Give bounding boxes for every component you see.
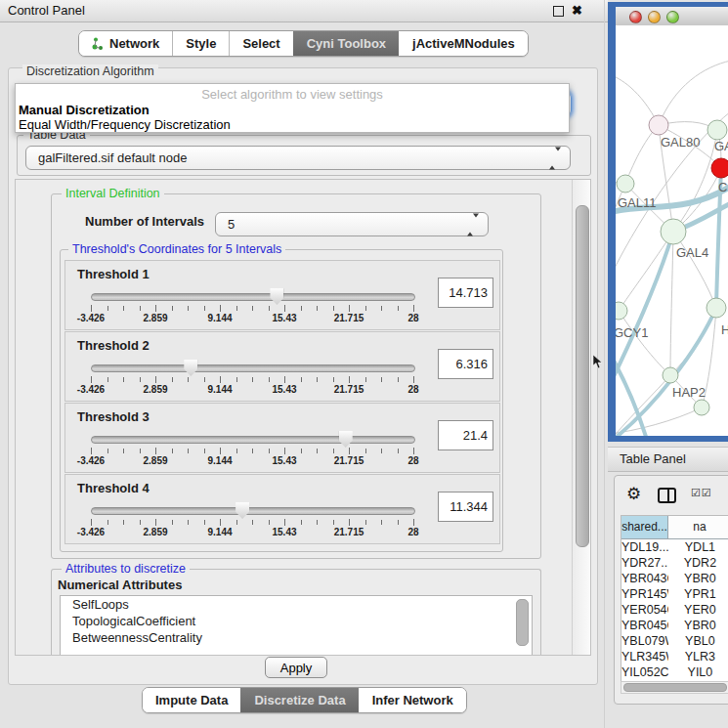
cyni-toolbox-panel: Discretization Algorithm Select algorith…: [8, 67, 598, 685]
network-view-window[interactable]: GAL80GAGAL11CGAL4GCY1HHAP2: [608, 2, 728, 442]
threshold-value-field[interactable]: 11.344: [438, 492, 493, 522]
tick-minor: [252, 306, 253, 311]
threshold-label: Threshold 1: [77, 267, 150, 281]
table-row[interactable]: YBR045CYBR0: [621, 618, 728, 633]
network-edge[interactable]: [616, 407, 702, 434]
combo-arrows-icon[interactable]: [549, 150, 561, 165]
column-header-na[interactable]: na: [668, 516, 728, 538]
table-row[interactable]: YDR27...YDR2: [621, 555, 728, 571]
popup-hint: Select algorithm to view settings: [16, 84, 569, 103]
tab-label: Infer Network: [372, 693, 453, 707]
slider-handle[interactable]: [270, 288, 283, 305]
attribute-item-selfloops[interactable]: SelfLoops: [61, 596, 532, 613]
network-node-gal4[interactable]: [661, 219, 686, 244]
horizontal-scrollbar[interactable]: [621, 681, 728, 694]
checkbox-icons[interactable]: ☑☑: [691, 487, 712, 499]
tick-minor: [123, 520, 124, 525]
table-row[interactable]: YPR145WYPR1: [621, 586, 728, 602]
tick-minor: [204, 306, 205, 311]
tab-discretize-data[interactable]: Discretize Data: [240, 688, 358, 712]
close-icon[interactable]: ✖: [572, 3, 582, 18]
threshold-row-3: Threshold 3-3.4262.8599.14415.4321.71528…: [64, 403, 500, 473]
slider-handle[interactable]: [236, 502, 249, 519]
network-edge[interactable]: [619, 311, 670, 375]
slider-track[interactable]: [91, 436, 415, 444]
attribute-item-topologicalcoefficient[interactable]: TopologicalCoefficient: [61, 613, 532, 629]
mac-close-button[interactable]: [629, 11, 642, 23]
tick-minor: [204, 377, 205, 382]
tick-minor: [123, 449, 124, 453]
float-window-icon[interactable]: [553, 6, 564, 17]
network-window-titlebar[interactable]: [616, 7, 728, 26]
slider-handle[interactable]: [184, 360, 197, 376]
table-row[interactable]: YDL19...YDL1: [621, 539, 728, 555]
tick-minor: [172, 449, 173, 453]
network-node-node[interactable]: [707, 120, 727, 140]
table-cell: YBL079W: [621, 633, 668, 649]
table-row[interactable]: YIL052CYIL0: [621, 664, 728, 680]
slider-track[interactable]: [91, 364, 415, 372]
tick-minor: [140, 449, 141, 453]
tick-major: [284, 519, 285, 526]
spinner-arrows-icon[interactable]: [467, 217, 479, 232]
slider-track[interactable]: [91, 293, 415, 301]
slider-handle[interactable]: [339, 431, 353, 448]
network-edge[interactable]: [619, 232, 673, 311]
table-row[interactable]: YLR345WYLR3: [621, 649, 728, 664]
table-cell: YDL19...: [621, 539, 668, 555]
network-node-hap2[interactable]: [663, 367, 678, 383]
tick-minor: [317, 306, 318, 311]
threshold-value-field[interactable]: 21.4: [438, 420, 493, 450]
algorithm-option-equal-width-frequency-discretization[interactable]: Equal Width/Frequency Discretization: [16, 117, 569, 132]
split-columns-icon[interactable]: [658, 488, 676, 503]
apply-button[interactable]: Apply: [265, 657, 327, 678]
network-edge[interactable]: [659, 61, 728, 125]
table-row[interactable]: YBR043CYBR0: [621, 571, 728, 586]
vertical-scrollbar[interactable]: [572, 180, 591, 655]
table-row[interactable]: YER054CYER0: [621, 602, 728, 618]
tick-major: [349, 376, 350, 383]
tab-jactivemnodules[interactable]: jActiveMNodules: [399, 31, 528, 56]
tab-network[interactable]: Network: [79, 31, 172, 56]
network-node-red-node[interactable]: [711, 158, 728, 178]
tab-select[interactable]: Select: [229, 31, 292, 56]
thresholds-group-label: Threshold's Coordinates for 5 Intervals: [68, 242, 285, 256]
tick-minor: [172, 377, 173, 382]
network-edge[interactable]: [670, 232, 673, 375]
list-scrollbar-thumb[interactable]: [516, 599, 529, 646]
tick-label: 9.144: [207, 313, 232, 323]
tab-cyni-toolbox[interactable]: Cyni Toolbox: [293, 31, 399, 56]
tick-major: [413, 519, 414, 526]
number-of-intervals-spinner[interactable]: 5: [215, 212, 489, 236]
tab-infer-network[interactable]: Infer Network: [359, 688, 466, 712]
network-node-gal80[interactable]: [649, 115, 668, 135]
vertical-scrollbar-thumb[interactable]: [576, 205, 589, 547]
table-cell: YLR3: [668, 649, 728, 664]
network-node-gcy1[interactable]: [616, 302, 627, 320]
table-row[interactable]: YBL079WYBL0: [621, 633, 728, 649]
table-cell: YBR043C: [621, 571, 668, 586]
node-table[interactable]: shared...naYDL19...YDL1YDR27...YDR2YBR04…: [621, 515, 728, 682]
slider-track[interactable]: [91, 507, 415, 515]
tick-label: -3.426: [77, 384, 105, 395]
numerical-attributes-list[interactable]: SelfLoopsTopologicalCoefficientBetweenne…: [60, 595, 533, 656]
algorithm-option-manual-discretization[interactable]: Manual Discretization: [16, 103, 569, 117]
tick-minor: [381, 377, 382, 382]
number-of-intervals-value: 5: [228, 213, 235, 236]
network-node-node[interactable]: [707, 298, 726, 318]
table-data-combobox[interactable]: galFiltered.sif default node: [25, 146, 571, 170]
network-node-node[interactable]: [694, 400, 709, 415]
threshold-value-field[interactable]: 14.713: [438, 278, 493, 308]
mac-minimize-button[interactable]: [648, 11, 661, 23]
network-node-gal11[interactable]: [617, 175, 634, 193]
tab-style[interactable]: Style: [172, 31, 229, 56]
tab-impute-data[interactable]: Impute Data: [143, 688, 240, 712]
network-canvas[interactable]: GAL80GAGAL11CGAL4GCY1HHAP2: [616, 25, 728, 436]
mac-zoom-button[interactable]: [666, 11, 679, 23]
threshold-value-field[interactable]: 6.316: [438, 349, 493, 379]
horizontal-scrollbar-thumb[interactable]: [623, 683, 727, 692]
column-header-shared[interactable]: shared...: [621, 516, 668, 538]
tab-label: Discretize Data: [254, 693, 345, 707]
gear-icon[interactable]: ⚙: [626, 484, 641, 503]
attribute-item-betweennesscentrality[interactable]: BetweennessCentrality: [61, 629, 532, 646]
